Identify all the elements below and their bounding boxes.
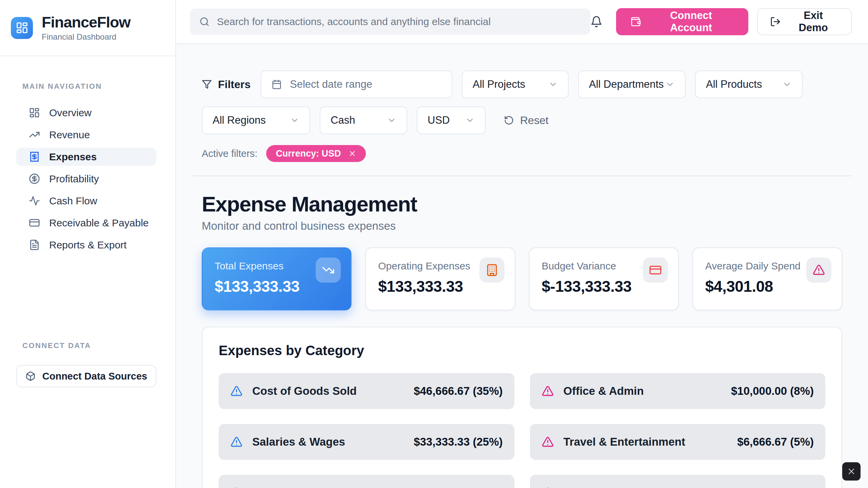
- category-value: $46,666.67 (35%): [414, 385, 502, 398]
- activity-icon: [29, 195, 40, 206]
- notifications-button[interactable]: [590, 16, 603, 28]
- category-name: Marketing: [252, 486, 305, 488]
- search-icon: [199, 17, 210, 27]
- main-navigation: Overview Revenue Expenses Profitability …: [0, 104, 175, 258]
- regions-select-value: All Regions: [213, 114, 266, 126]
- nav-section-label: MAIN NAVIGATION: [22, 82, 175, 91]
- active-filters-label: Active filters:: [202, 148, 257, 159]
- log-out-icon: [770, 16, 781, 27]
- category-row-professional-services: Professional Services $3,333.33 (3%): [530, 475, 826, 488]
- category-value: $3,333.33 (3%): [737, 486, 814, 488]
- bell-icon: [590, 16, 603, 28]
- stat-icon-box: [316, 258, 341, 283]
- sidebar-item-revenue[interactable]: Revenue: [16, 126, 156, 144]
- stat-icon-box: [806, 258, 831, 283]
- departments-select-value: All Departments: [589, 78, 664, 90]
- section-divider: [192, 176, 852, 176]
- sidebar-item-cash-flow[interactable]: Cash Flow: [16, 192, 156, 210]
- sidebar-item-label: Revenue: [49, 129, 90, 141]
- connect-data-section-label: CONNECT DATA: [22, 341, 175, 350]
- sidebar-item-label: Overview: [49, 107, 92, 119]
- connect-data-sources-button[interactable]: Connect Data Sources: [16, 365, 156, 387]
- filters-row-1: Filters Select date range All Projects A…: [202, 70, 842, 98]
- products-select[interactable]: All Products: [695, 70, 803, 98]
- sidebar-item-label: Expenses: [49, 151, 97, 163]
- sidebar-item-reports-export[interactable]: Reports & Export: [16, 236, 156, 254]
- app-header: FinanceFlow Financial Dashboard: [0, 0, 175, 56]
- reset-filters-button[interactable]: Reset: [504, 114, 549, 127]
- stat-icon-box: [479, 258, 505, 283]
- stat-card-average-daily-spend[interactable]: Average Daily Spend $4,301.08: [692, 247, 842, 310]
- stat-icon-box: [643, 258, 668, 283]
- regions-select[interactable]: All Regions: [202, 106, 310, 134]
- funnel-icon: [202, 79, 212, 89]
- exit-demo-button[interactable]: Exit Demo: [757, 8, 852, 35]
- credit-card-icon: [29, 217, 40, 228]
- connect-account-label: Connect Account: [648, 9, 734, 34]
- credit-card-icon: [649, 264, 662, 277]
- date-range-input[interactable]: Select date range: [261, 70, 452, 98]
- panel-title: Expenses by Category: [219, 343, 825, 358]
- triangle-alert-icon: [541, 436, 554, 448]
- filters-label: Filters: [218, 78, 251, 91]
- payment-method-select[interactable]: Cash: [320, 106, 407, 134]
- sidebar-item-label: Receivable & Payable: [49, 217, 149, 229]
- circle-dollar-icon: [29, 173, 40, 184]
- box-icon: [25, 371, 36, 381]
- app-title: FinanceFlow: [42, 14, 131, 31]
- trending-up-icon: [29, 129, 40, 140]
- chevron-down-icon: [782, 80, 792, 89]
- content: Filters Select date range All Projects A…: [176, 44, 868, 488]
- building-icon: [486, 264, 498, 277]
- projects-select[interactable]: All Projects: [462, 70, 569, 98]
- stat-card-operating-expenses[interactable]: Operating Expenses $133,333.33: [365, 247, 515, 310]
- sidebar-item-receivable-payable[interactable]: Receivable & Payable: [16, 214, 156, 232]
- x-icon[interactable]: [348, 149, 356, 158]
- reset-label: Reset: [520, 114, 549, 127]
- chevron-down-icon: [290, 116, 299, 125]
- triangle-alert-icon: [230, 487, 243, 488]
- file-text-icon: [29, 239, 40, 250]
- sidebar-item-label: Reports & Export: [49, 239, 126, 251]
- triangle-alert-icon: [541, 385, 554, 398]
- category-value: $33,333.33 (25%): [414, 435, 502, 448]
- projects-select-value: All Projects: [473, 78, 525, 90]
- sidebar-item-profitability[interactable]: Profitability: [16, 170, 156, 188]
- triangle-alert-icon: [812, 264, 825, 277]
- category-name: Office & Admin: [564, 385, 644, 398]
- sidebar: FinanceFlow Financial Dashboard MAIN NAV…: [0, 0, 176, 488]
- main-area: Connect Account Exit Demo Filters Select…: [176, 0, 868, 488]
- category-row-travel-entertainment: Travel & Entertainment $6,666.67 (5%): [530, 424, 826, 460]
- wallet-icon: [630, 16, 641, 27]
- layout-dashboard-icon: [16, 21, 28, 34]
- chevron-down-icon: [387, 116, 396, 125]
- stat-card-budget-variance[interactable]: Budget Variance $-133,333.33: [529, 247, 679, 310]
- payment-method-value: Cash: [331, 114, 355, 126]
- stat-card-total-expenses[interactable]: Total Expenses $133,333.33: [202, 247, 352, 310]
- currency-select[interactable]: USD: [417, 106, 486, 134]
- category-row-office-admin: Office & Admin $10,000.00 (8%): [530, 373, 826, 409]
- category-name: Professional Services: [564, 486, 680, 488]
- close-overlay-button[interactable]: [842, 462, 861, 481]
- sidebar-item-overview[interactable]: Overview: [16, 104, 156, 122]
- category-name: Travel & Entertainment: [564, 435, 685, 448]
- active-filter-chip-currency[interactable]: Currency: USD: [266, 145, 366, 162]
- category-row-cost-of-goods-sold: Cost of Goods Sold $46,666.67 (35%): [219, 373, 514, 409]
- triangle-alert-icon: [230, 385, 243, 398]
- search-input[interactable]: [217, 16, 581, 27]
- page-title: Expense Management: [202, 192, 842, 216]
- expenses-by-category-panel: Expenses by Category Cost of Goods Sold …: [202, 327, 842, 488]
- app-logo: [11, 17, 33, 39]
- category-value: $20,000.00 (15%): [414, 486, 502, 488]
- triangle-alert-icon: [230, 436, 243, 448]
- sidebar-item-expenses[interactable]: Expenses: [16, 148, 156, 166]
- connect-account-button[interactable]: Connect Account: [616, 8, 748, 35]
- departments-select[interactable]: All Departments: [578, 70, 686, 98]
- layout-dashboard-icon: [29, 107, 40, 118]
- chevron-down-icon: [465, 116, 475, 125]
- date-range-placeholder: Select date range: [290, 78, 372, 90]
- category-row-salaries-wages: Salaries & Wages $33,333.33 (25%): [219, 424, 514, 460]
- filters-row-2: All Regions Cash USD Reset: [202, 106, 842, 134]
- stat-cards: Total Expenses $133,333.33 Operating Exp…: [202, 247, 842, 310]
- category-row-marketing: Marketing $20,000.00 (15%): [219, 475, 514, 488]
